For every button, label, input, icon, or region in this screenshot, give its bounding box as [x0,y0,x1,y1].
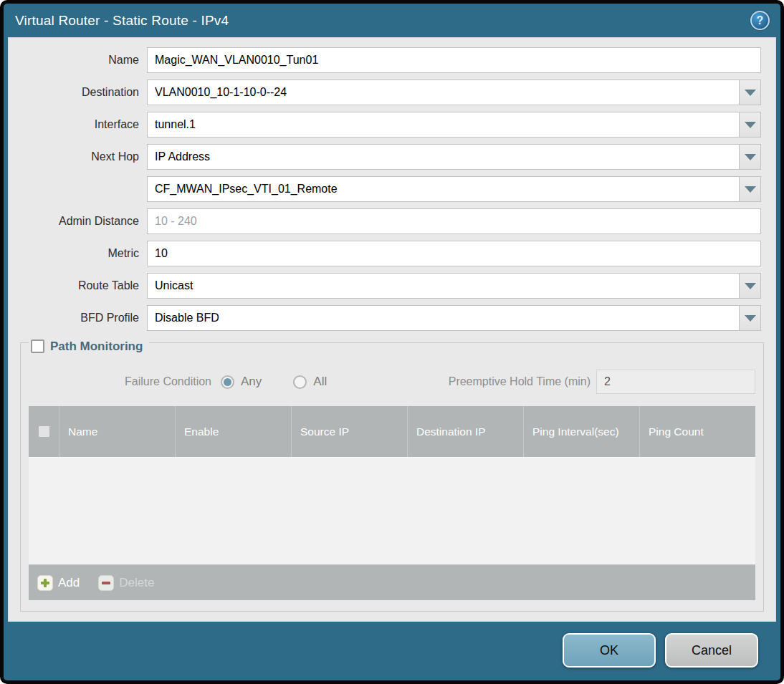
name-label: Name [14,54,147,67]
name-input[interactable] [147,47,761,73]
dialog-body: Name Destination Interface [8,37,776,622]
dialog-window: Virtual Router - Static Route - IPv4 ? N… [4,4,780,680]
destination-label: Destination [14,86,147,99]
select-all-checkbox[interactable] [38,425,50,438]
dialog-footer: OK Cancel [8,623,776,678]
form-row-metric: Metric [14,241,761,266]
form-row-route-table: Route Table [14,273,761,299]
form-row-next-hop: Next Hop [14,144,761,170]
failure-condition-row: Failure Condition Any All Preemptive Hol… [29,370,755,394]
form-row-bfd-profile: BFD Profile [14,305,761,331]
next-hop-type-dropdown-button[interactable] [739,144,761,170]
help-icon[interactable]: ? [750,11,770,30]
table-toolbar: Add Delete [29,564,755,600]
form-row-admin-distance: Admin Distance [14,208,761,234]
page-title: Virtual Router - Static Route - IPv4 [15,13,229,29]
path-monitoring-checkbox[interactable] [31,339,44,353]
form-row-destination: Destination [14,80,761,105]
table-header-enable: Enable [175,406,291,457]
delete-button[interactable]: Delete [98,575,154,591]
path-monitoring-section: Path Monitoring Failure Condition Any Al… [20,342,764,612]
chevron-down-icon [745,122,756,128]
preemptive-hold-time-input[interactable] [596,370,755,394]
metric-input[interactable] [147,241,761,266]
path-monitoring-title: Path Monitoring [50,339,143,354]
table-body-empty [29,457,755,564]
minus-icon [98,575,114,591]
chevron-down-icon [745,315,756,322]
dialog-frame: Virtual Router - Static Route - IPv4 ? N… [0,0,784,684]
destination-dropdown-button[interactable] [739,80,761,105]
failure-condition-any-radio[interactable] [221,375,234,389]
table-header-select [29,406,59,457]
next-hop-address-dropdown-button[interactable] [739,176,761,202]
failure-condition-all-radio[interactable] [293,375,307,389]
chevron-down-icon [745,283,756,289]
chevron-down-icon [745,186,756,193]
admin-distance-label: Admin Distance [14,215,147,228]
table-header-source-ip: Source IP [291,406,407,457]
failure-condition-all-label: All [313,375,327,389]
bfd-profile-input[interactable] [147,305,740,331]
add-button[interactable]: Add [37,575,80,591]
bfd-profile-label: BFD Profile [14,312,147,324]
next-hop-address-input[interactable] [147,176,740,202]
route-table-label: Route Table [14,279,147,292]
bfd-profile-dropdown-button[interactable] [739,305,761,331]
form-row-next-hop-address [14,176,761,202]
interface-label: Interface [14,118,147,131]
table-header-ping-interval: Ping Interval(sec) [523,406,639,457]
interface-input[interactable] [147,112,740,138]
preemptive-hold-time-label: Preemptive Hold Time (min) [449,375,591,388]
failure-condition-any-label: Any [241,375,262,389]
cancel-button[interactable]: Cancel [665,633,758,668]
metric-label: Metric [14,247,147,260]
table-header-ping-count: Ping Count [639,406,755,457]
destination-input[interactable] [147,80,740,105]
table-header: Name Enable Source IP Destination IP Pin… [29,406,755,457]
failure-condition-label: Failure Condition [29,375,221,388]
preemptive-hold-time-group: Preemptive Hold Time (min) [449,370,755,394]
path-monitoring-table: Name Enable Source IP Destination IP Pin… [29,406,755,600]
delete-button-label: Delete [119,576,154,590]
next-hop-label: Next Hop [14,150,147,163]
admin-distance-input[interactable] [147,208,761,234]
help-icon-glyph: ? [757,14,764,27]
form-row-name: Name [14,47,761,73]
table-header-destination-ip: Destination IP [407,406,523,457]
interface-dropdown-button[interactable] [739,112,761,138]
next-hop-type-input[interactable] [147,144,740,170]
table-header-name: Name [59,406,175,457]
chevron-down-icon [745,90,756,96]
plus-icon [37,575,53,591]
route-table-input[interactable] [147,273,740,299]
form-row-interface: Interface [14,112,761,138]
title-bar: Virtual Router - Static Route - IPv4 ? [4,4,780,37]
add-button-label: Add [58,576,80,590]
ok-button[interactable]: OK [563,633,656,668]
chevron-down-icon [745,154,756,160]
route-table-dropdown-button[interactable] [739,273,761,299]
path-monitoring-legend: Path Monitoring [29,339,149,354]
